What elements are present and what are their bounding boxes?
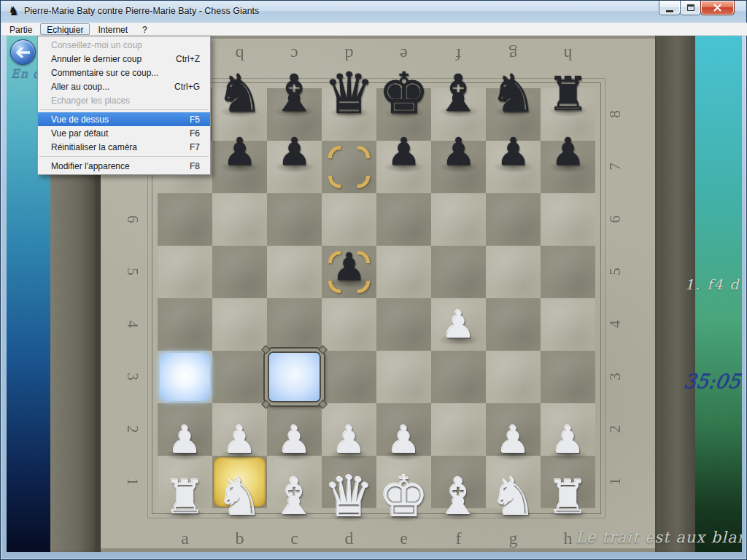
piece-white-pawn-b2[interactable]: ♟	[212, 421, 267, 459]
square-b3[interactable]	[212, 351, 267, 403]
square-g4[interactable]	[486, 298, 541, 351]
piece-black-king-e8[interactable]: ♚	[376, 65, 431, 122]
menu-item-aller-au-coup[interactable]: Aller au coup...Ctrl+G	[38, 79, 210, 93]
square-a6[interactable]	[158, 193, 212, 246]
square-g5[interactable]	[486, 246, 541, 298]
piece-black-rook-h8[interactable]: ♜	[541, 71, 595, 117]
square-e4[interactable]	[376, 298, 431, 351]
maximize-button[interactable]	[680, 1, 701, 15]
square-b4[interactable]	[212, 298, 267, 351]
piece-black-knight-g8[interactable]: ♞	[486, 67, 541, 120]
piece-black-bishop-f8[interactable]: ♝	[431, 68, 486, 119]
window-title: Pierre-Marie Baty contre Pierre-Marie Ba…	[24, 6, 259, 16]
piece-black-pawn-c7[interactable]: ♟	[267, 133, 322, 171]
menu-item-vue-par-defaut[interactable]: Vue par défautF6	[38, 126, 210, 140]
file-label-top-b: b	[212, 44, 267, 64]
rank-label-right-8: 8	[606, 104, 624, 125]
piece-white-rook-h1[interactable]: ♜	[541, 474, 595, 521]
square-a5[interactable]	[158, 246, 212, 298]
square-h3[interactable]	[541, 351, 595, 403]
maximize-icon	[687, 4, 694, 11]
cursor-frame-c3[interactable]	[265, 349, 324, 405]
move-list: 1. f4 d5	[685, 276, 742, 292]
menu-item-echanger-les-places[interactable]: Echanger les places	[38, 93, 210, 107]
echiquier-menu: Conseillez-moi un coupAnnuler le dernier…	[37, 36, 211, 175]
piece-white-pawn-h2[interactable]: ♟	[541, 421, 595, 459]
square-c4[interactable]	[267, 298, 322, 351]
piece-black-pawn-b7[interactable]: ♟	[212, 133, 267, 171]
square-h6[interactable]	[541, 193, 595, 246]
move-target-highlight-a3[interactable]	[160, 353, 210, 401]
menubar-item-internet[interactable]: Internet	[91, 23, 134, 35]
piece-white-pawn-g2[interactable]: ♟	[486, 421, 541, 459]
square-b5[interactable]	[212, 246, 267, 298]
background-right	[695, 36, 742, 552]
file-label-top-g: g	[486, 44, 541, 64]
piece-black-queen-d8[interactable]: ♛	[322, 65, 376, 122]
square-c5[interactable]	[267, 246, 322, 298]
menubar-item-echiquier[interactable]: Echiquier	[40, 23, 90, 35]
piece-white-pawn-f4[interactable]: ♟	[431, 306, 486, 343]
gold-corner-tr	[357, 146, 370, 158]
square-d6[interactable]	[322, 193, 376, 246]
piece-black-knight-b8[interactable]: ♞	[212, 67, 267, 120]
square-e5[interactable]	[376, 246, 431, 298]
titlebar[interactable]: ♞ Pierre-Marie Baty contre Pierre-Marie …	[1, 1, 746, 23]
minimize-button[interactable]	[659, 1, 681, 15]
menu-item-label: Commentaire sur ce coup...	[51, 68, 158, 78]
square-g3[interactable]	[486, 351, 541, 403]
gold-corner-bl	[328, 176, 341, 188]
game-clock: 35:05	[682, 370, 742, 392]
square-a4[interactable]	[158, 298, 212, 351]
menu-item-label: Echanger les places	[51, 96, 130, 106]
menu-item-modifier-l-apparence[interactable]: Modifier l'apparenceF8	[38, 159, 210, 173]
menu-item-reinitialiser-la-camera[interactable]: Réinitialiser la caméraF7	[38, 140, 210, 154]
square-d4[interactable]	[322, 298, 376, 351]
menubar-item-partie[interactable]: Partie	[3, 23, 39, 35]
back-button[interactable]	[10, 39, 36, 65]
square-f6[interactable]	[431, 193, 486, 246]
piece-white-king-e1[interactable]: ♚	[376, 468, 431, 525]
piece-white-knight-g1[interactable]: ♞	[486, 470, 541, 523]
piece-black-bishop-c8[interactable]: ♝	[267, 68, 322, 119]
piece-black-pawn-e7[interactable]: ♟	[376, 133, 431, 171]
menu-item-label: Réinitialiser la caméra	[51, 142, 137, 152]
piece-white-pawn-e2[interactable]: ♟	[376, 421, 431, 459]
close-button[interactable]	[700, 1, 735, 15]
menu-item-annuler-le-dernier-coup[interactable]: Annuler le dernier coupCtrl+Z	[38, 52, 210, 66]
menu-item-label: Aller au coup...	[51, 82, 109, 92]
piece-white-pawn-a2[interactable]: ♟	[158, 421, 212, 459]
square-b6[interactable]	[212, 193, 267, 246]
square-f2[interactable]	[431, 403, 486, 456]
piece-white-bishop-c1[interactable]: ♝	[267, 471, 322, 522]
square-e3[interactable]	[376, 351, 431, 403]
menu-item-commentaire-sur-ce-coup[interactable]: Commentaire sur ce coup...	[38, 66, 210, 79]
square-f3[interactable]	[431, 351, 486, 403]
piece-white-knight-b1[interactable]: ♞	[212, 470, 267, 523]
menu-item-label: Vue par défaut	[51, 128, 108, 139]
piece-black-pawn-h7[interactable]: ♟	[541, 133, 595, 171]
square-h5[interactable]	[541, 246, 595, 298]
piece-white-pawn-c2[interactable]: ♟	[267, 421, 322, 459]
square-h4[interactable]	[541, 298, 595, 351]
menu-item-vue-de-dessus[interactable]: Vue de dessusF5	[38, 112, 210, 126]
rank-label-left-6: 6	[123, 209, 142, 230]
piece-white-bishop-f1[interactable]: ♝	[431, 471, 486, 522]
minimize-icon	[666, 10, 673, 12]
menu-item-shortcut: Ctrl+Z	[176, 54, 200, 64]
menu-item-conseillez-moi-un-coup[interactable]: Conseillez-moi un coup	[38, 38, 210, 52]
piece-black-pawn-f7[interactable]: ♟	[431, 133, 486, 171]
piece-black-pawn-d5[interactable]: ♟	[322, 248, 376, 286]
rank-label-left-5: 5	[123, 262, 142, 282]
piece-black-pawn-g7[interactable]: ♟	[486, 133, 541, 171]
square-f5[interactable]	[431, 246, 486, 298]
menu-item-shortcut: F7	[190, 142, 200, 152]
piece-white-rook-a1[interactable]: ♜	[158, 474, 212, 521]
piece-white-queen-d1[interactable]: ♛	[322, 468, 376, 525]
square-g6[interactable]	[486, 193, 541, 246]
square-d3[interactable]	[322, 351, 376, 403]
menubar-item-help[interactable]: ?	[136, 23, 154, 35]
piece-white-pawn-d2[interactable]: ♟	[322, 421, 376, 459]
square-e6[interactable]	[376, 193, 431, 246]
square-c6[interactable]	[267, 193, 322, 246]
